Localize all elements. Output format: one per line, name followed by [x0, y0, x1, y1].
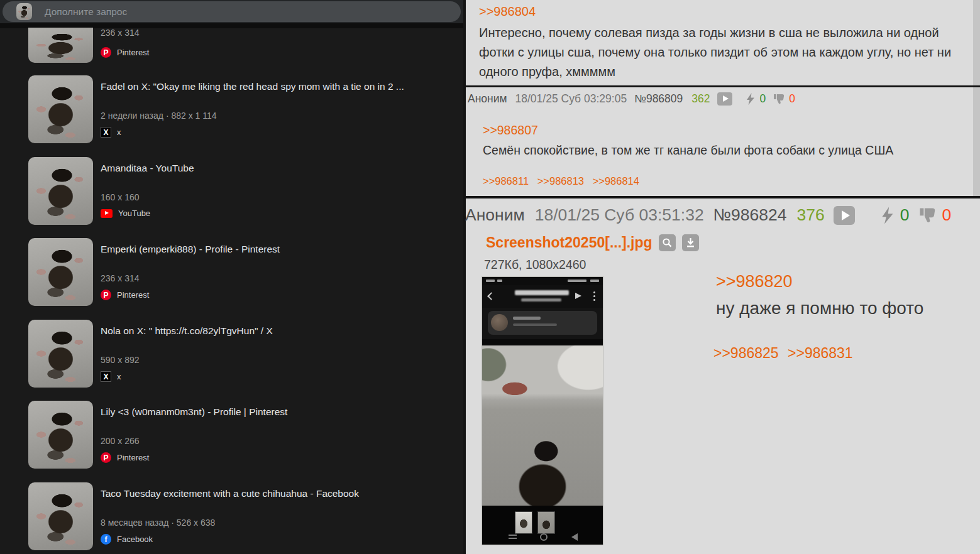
search-image-button[interactable]: [659, 234, 676, 251]
dog-street-photo: [482, 345, 603, 506]
post-separator: [466, 85, 980, 87]
post-body: >>986820 ну даже я помню то фото: [716, 272, 923, 318]
upvote-count: 0: [760, 92, 766, 106]
downvote-thumb-icon[interactable]: [919, 207, 937, 223]
channel-title-blur: [515, 290, 569, 295]
facebook-icon: f: [101, 534, 111, 545]
pinterest-icon: P: [101, 290, 111, 300]
post-replies: >>986825 >>986831: [713, 345, 858, 362]
reply-quote-link[interactable]: >>986807: [483, 123, 538, 137]
android-nav-bar: [482, 533, 603, 541]
post-date: 18/01/25 Суб 03:51:32: [535, 205, 704, 225]
result-title[interactable]: Emperki (emperki888) - Profile - Pintere…: [101, 244, 456, 255]
result-thumbnail[interactable]: [28, 320, 93, 388]
pinterest-icon: P: [101, 452, 111, 463]
gallery-thumb: [537, 511, 555, 534]
reply-backlink[interactable]: >>986811: [483, 175, 529, 187]
result-title[interactable]: Taco Tuesday excitement with a cute chih…: [101, 488, 456, 499]
result-title[interactable]: Nola on X: " https://t.co/82ylTgvHun" / …: [101, 325, 456, 337]
post-number[interactable]: №986809: [634, 92, 683, 106]
pinterest-icon: P: [101, 47, 111, 58]
result-thumbnail[interactable]: [28, 157, 93, 225]
reply-backlink[interactable]: >>986813: [537, 175, 584, 187]
caption-bubble: [488, 311, 597, 335]
source-label: Pinterest: [117, 453, 149, 462]
expand-media-button[interactable]: [717, 92, 732, 106]
caption-line-blur: [513, 323, 557, 326]
post-date: 18/01/25 Суб 03:29:05: [515, 92, 627, 106]
result-thumbnail[interactable]: [28, 28, 93, 63]
file-attachment-line: Screenshot20250[...].jpg: [486, 234, 699, 251]
reply-backlink[interactable]: >>986831: [788, 345, 853, 361]
phone-bottom-bar: [482, 506, 603, 545]
post-text: Интересно, почему солевая пизда за годы …: [479, 23, 964, 82]
result-source[interactable]: X x: [101, 371, 121, 382]
reply-backlink[interactable]: >>986814: [593, 175, 639, 187]
post-header: Аноним 18/01/25 Суб 03:51:32 №986824 376…: [465, 205, 978, 225]
post-image-thumbnail[interactable]: [482, 276, 603, 545]
file-name-link[interactable]: Screenshot20250[...].jpg: [486, 234, 652, 251]
post-count[interactable]: 362: [691, 92, 710, 106]
downvote-count: 0: [942, 205, 951, 225]
source-label: x: [117, 128, 121, 137]
result-source[interactable]: YouTube: [101, 209, 150, 218]
x-icon: X: [101, 371, 111, 382]
result-thumbnail[interactable]: [28, 482, 93, 550]
result-source[interactable]: P Pinterest: [101, 452, 149, 463]
channel-subtitle-blur: [521, 298, 561, 301]
result-thumbnail[interactable]: [28, 238, 93, 306]
menu-dots-icon: [593, 291, 595, 293]
result-title[interactable]: Amanditaa - YouTube: [101, 163, 456, 174]
result-meta: 8 месяцев назад · 526 x 638: [101, 518, 215, 528]
post-text: ну даже я помню то фото: [716, 298, 923, 318]
result-thumbnail[interactable]: [28, 75, 93, 143]
result-source[interactable]: X x: [101, 127, 121, 138]
reply-quote-link[interactable]: >>986820: [716, 272, 793, 291]
search-input[interactable]: Дополните запрос: [3, 1, 461, 22]
result-row[interactable]: Amanditaa - YouTube 160 x 160 YouTube: [28, 157, 459, 227]
download-button[interactable]: [682, 234, 699, 251]
result-meta: 2 недели назад · 882 x 1 114: [101, 111, 217, 121]
result-meta: 236 x 314: [101, 273, 140, 283]
result-row[interactable]: Nola on X: " https://t.co/82ylTgvHun" / …: [28, 320, 459, 390]
avatar: [491, 314, 508, 331]
result-source[interactable]: P Pinterest: [101, 47, 149, 58]
result-title[interactable]: Lily <3 (w0manm0m3nt) - Profile | Pinter…: [101, 406, 456, 418]
result-meta: 590 x 892: [101, 355, 140, 365]
downvote-thumb-icon[interactable]: [773, 94, 785, 104]
caption-line-blur: [513, 317, 541, 320]
home-icon: [540, 533, 548, 541]
result-row[interactable]: Taco Tuesday excitement with a cute chih…: [28, 482, 459, 553]
post-number[interactable]: №986824: [713, 205, 787, 225]
panel-divider: [463, 0, 466, 554]
youtube-icon: [101, 209, 113, 218]
result-title[interactable]: Fadel on X: "Okay me liking the red head…: [101, 81, 456, 92]
source-label: Pinterest: [117, 290, 149, 300]
search-placeholder: Дополните запрос: [45, 6, 127, 18]
upvote-bolt-icon[interactable]: [881, 207, 894, 224]
result-source[interactable]: P Pinterest: [101, 290, 149, 300]
image-search-panel: Дополните запрос 236 x 314 P Pinterest F…: [0, 0, 463, 554]
query-image-thumbnail[interactable]: [16, 3, 32, 20]
result-row[interactable]: Lily <3 (w0manm0m3nt) - Profile | Pinter…: [28, 401, 459, 471]
reply-quote-link[interactable]: >>986804: [479, 4, 536, 18]
result-source[interactable]: f Facebook: [101, 534, 153, 545]
post-separator: [466, 196, 980, 198]
reply-backlink[interactable]: >>986825: [713, 345, 779, 361]
phone-media-header: [482, 285, 603, 308]
result-row[interactable]: Fadel on X: "Okay me liking the red head…: [28, 75, 459, 146]
result-meta: 160 x 160: [101, 192, 140, 202]
source-label: x: [117, 372, 121, 381]
expand-media-button[interactable]: [834, 206, 855, 225]
post-reply-top: >>986804 Интересно, почему солевая пизда…: [479, 4, 964, 82]
result-row[interactable]: Emperki (emperki888) - Profile - Pintere…: [28, 238, 459, 308]
scrollbar-track[interactable]: [973, 0, 980, 198]
result-thumbnail[interactable]: [28, 401, 93, 469]
upvote-bolt-icon[interactable]: [746, 93, 755, 105]
source-label: Facebook: [117, 535, 153, 544]
post-count[interactable]: 376: [796, 205, 824, 225]
result-meta: 236 x 314: [101, 28, 140, 38]
post-author: Аноним: [465, 205, 525, 225]
phone-spacer: [482, 339, 603, 345]
post-text: Семён спокойствие, в том же тг канале бы…: [483, 143, 893, 158]
